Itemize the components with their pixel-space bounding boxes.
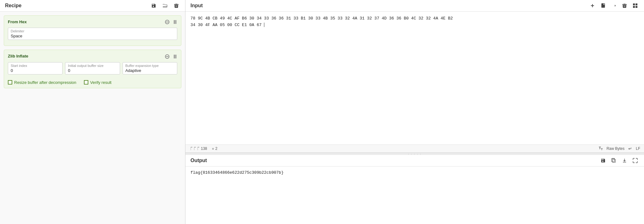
trash-icon	[174, 3, 179, 8]
delimiter-field[interactable]: Delimiter Space	[8, 28, 177, 40]
save-icon	[151, 3, 156, 8]
input-toolbar	[589, 3, 639, 9]
svg-rect-3	[633, 6, 635, 8]
delimiter-value: Space	[11, 34, 174, 38]
recipe-toolbar	[150, 3, 180, 9]
from-hex-pause-button[interactable]	[173, 19, 177, 25]
input-clear-button[interactable]	[621, 3, 628, 9]
input-add-button[interactable]	[589, 3, 596, 9]
import-icon	[611, 3, 616, 8]
from-hex-controls	[164, 19, 177, 25]
encoding-label: Raw Bytes	[607, 146, 625, 151]
start-index-label: Start index	[11, 64, 60, 68]
output-save-button[interactable]	[599, 157, 607, 164]
from-hex-header: From Hex	[8, 19, 177, 25]
resize-buffer-checkbox-box	[8, 80, 12, 85]
output-content: flag{81633464866e622d275c309b22cb907b}	[185, 167, 644, 224]
char-count-icon: ⎾⎾⎾	[189, 147, 200, 150]
zlib-inflate-pause-button[interactable]	[173, 53, 177, 59]
no-entry-icon-2	[165, 54, 169, 59]
verify-result-checkbox[interactable]: Verify result	[84, 80, 112, 85]
buffer-expansion-type-label: Buffer expansion type	[125, 64, 174, 68]
zlib-checkboxes: Resize buffer after decompression Verify…	[8, 80, 177, 85]
recipe-title: Recipe	[5, 3, 21, 8]
output-save-icon	[601, 158, 606, 163]
folder-icon	[162, 3, 168, 8]
svg-rect-4	[636, 6, 637, 8]
copy-icon	[611, 158, 616, 163]
output-section: Output	[185, 155, 644, 224]
input-new-file-button[interactable]	[599, 3, 607, 9]
zlib-inflate-disable-button[interactable]	[164, 53, 170, 59]
buffer-expansion-type-value: Adaptive	[125, 68, 174, 73]
line-ending-icon: ↵	[628, 146, 632, 151]
open-button[interactable]	[161, 3, 169, 9]
line-count: 2	[215, 146, 217, 151]
recipe-content: From Hex Delimiter Space	[0, 12, 185, 224]
recipe-panel: Recipe From Hex	[0, 0, 185, 224]
input-line-1: 78 9C 4B CB 49 4C AF B6 30 34 33 36 36 3…	[190, 15, 639, 22]
verify-result-label: Verify result	[90, 80, 112, 85]
recipe-header: Recipe	[0, 0, 185, 12]
plus-icon	[590, 3, 595, 8]
from-hex-title: From Hex	[8, 19, 27, 24]
text-cursor	[264, 23, 264, 27]
output-export-button[interactable]	[621, 157, 628, 164]
input-import-button[interactable]	[610, 3, 618, 9]
status-left: ⎾⎾⎾ 138 ≡ 2	[189, 146, 217, 151]
from-hex-card: From Hex Delimiter Space	[4, 15, 181, 46]
expand-icon	[633, 158, 638, 163]
delete-button[interactable]	[173, 3, 180, 9]
input-content[interactable]: 78 9C 4B CB 49 4C AF B6 30 34 33 36 36 3…	[185, 12, 644, 145]
input-status-bar: ⎾⎾⎾ 138 ≡ 2 TT Raw Bytes ↵ LF	[185, 145, 644, 153]
start-index-value: 0	[11, 68, 60, 73]
text-icon: TT	[599, 146, 603, 151]
input-title: Input	[190, 3, 203, 8]
line-ending-label: LF	[636, 146, 640, 151]
input-line-2: 34 30 4F AA 05 00 CC E1 0A 67	[190, 22, 639, 29]
zlib-inflate-card: Zlib Inflate Start index 0	[4, 50, 181, 88]
input-layout-button[interactable]	[631, 3, 639, 9]
export-icon	[622, 158, 627, 163]
pause-icon-2	[174, 55, 176, 58]
svg-rect-2	[636, 3, 637, 5]
output-text: flag{81633464866e622d275c309b22cb907b}	[190, 170, 283, 175]
save-button[interactable]	[150, 3, 157, 9]
input-header: Input	[185, 0, 644, 12]
zlib-fields-row: Start index 0 Initial output buffer size…	[8, 62, 177, 77]
output-toolbar	[599, 157, 639, 164]
line-count-icon: ≡	[212, 147, 214, 150]
from-hex-disable-button[interactable]	[164, 19, 170, 25]
output-header: Output	[185, 155, 644, 167]
layout-icon	[633, 3, 638, 8]
resize-buffer-checkbox[interactable]: Resize buffer after decompression	[8, 80, 76, 85]
pause-icon	[174, 20, 176, 24]
no-entry-icon	[165, 20, 169, 24]
verify-result-checkbox-box	[84, 80, 88, 85]
svg-rect-1	[633, 3, 635, 5]
status-right: TT Raw Bytes ↵ LF	[599, 146, 640, 151]
line-count-item: ≡ 2	[212, 146, 217, 151]
trash-icon-2	[622, 3, 627, 8]
resize-buffer-label: Resize buffer after decompression	[14, 80, 76, 85]
input-section: Input	[185, 0, 644, 153]
zlib-inflate-header: Zlib Inflate	[8, 53, 177, 59]
output-expand-button[interactable]	[631, 157, 639, 164]
zlib-inflate-controls	[164, 53, 177, 59]
initial-buffer-size-label: Initial output buffer size	[68, 64, 117, 68]
delimiter-label: Delimiter	[11, 29, 174, 33]
buffer-expansion-type-field[interactable]: Buffer expansion type Adaptive	[123, 62, 177, 74]
initial-buffer-size-value: 0	[68, 68, 117, 73]
output-title: Output	[190, 158, 207, 163]
char-count-item: ⎾⎾⎾ 138	[189, 146, 207, 151]
output-copy-button[interactable]	[610, 157, 618, 164]
start-index-field[interactable]: Start index 0	[8, 62, 63, 74]
new-file-icon	[601, 3, 606, 8]
initial-buffer-size-field[interactable]: Initial output buffer size 0	[65, 62, 120, 74]
zlib-inflate-title: Zlib Inflate	[8, 54, 28, 58]
right-panel: Input	[185, 0, 644, 224]
char-count: 138	[201, 146, 207, 151]
